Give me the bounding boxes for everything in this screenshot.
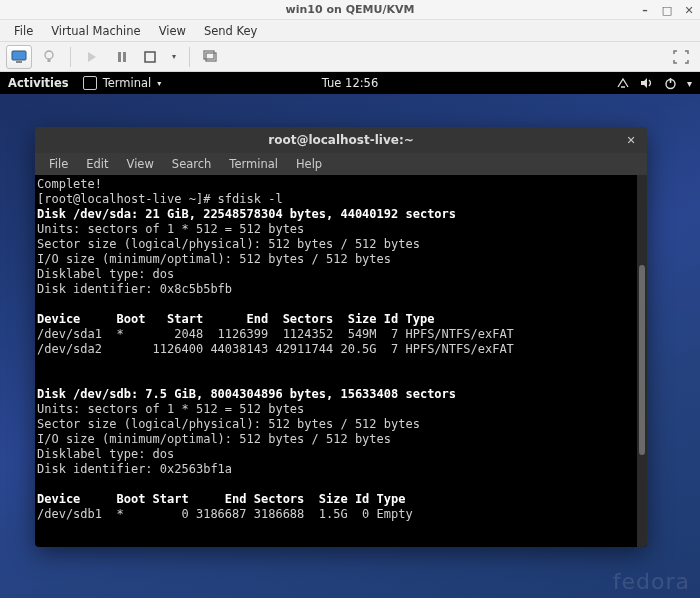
monitor-icon [11,50,27,64]
clock[interactable]: Tue 12:56 [322,76,378,90]
pause-icon [117,51,127,63]
svg-rect-6 [123,52,126,62]
term-table-header: Device Boot Start End Sectors Size Id Ty… [37,312,434,326]
vm-play-button[interactable] [79,45,105,69]
term-line-bold: Disk /dev/sda: 21 GiB, 22548578304 bytes… [37,207,456,221]
lightbulb-icon [42,50,56,64]
term-line-bold: Disk /dev/sdb: 7.5 GiB, 8004304896 bytes… [37,387,456,401]
svg-rect-3 [48,59,51,62]
term-table-row: /dev/sda2 1126400 44038143 42911744 20.5… [37,342,514,356]
scrollbar-thumb[interactable] [639,265,645,455]
svg-rect-7 [145,52,155,62]
svg-marker-4 [88,52,96,62]
term-line: Sector size (logical/physical): 512 byte… [37,237,420,251]
svg-rect-0 [12,51,26,60]
vm-menu-view[interactable]: View [151,22,194,40]
terminal-window: root@localhost-live:~ ✕ File Edit View S… [35,127,647,547]
fedora-watermark: fedora [613,569,690,594]
app-menu-button[interactable]: Terminal ▾ [83,76,162,90]
terminal-titlebar[interactable]: root@localhost-live:~ ✕ [35,127,647,153]
guest-screen: Activities Terminal ▾ Tue 12:56 ▾ root@l… [0,72,700,598]
chevron-down-icon: ▾ [687,78,692,89]
vm-snapshots-button[interactable] [198,45,224,69]
vm-menubar: File Virtual Machine View Send Key [0,20,700,42]
vm-shutdown-menu-button[interactable]: ▾ [165,45,181,69]
vm-menu-virtual-machine[interactable]: Virtual Machine [43,22,148,40]
chevron-down-icon: ▾ [172,52,176,61]
vm-details-button[interactable] [36,45,62,69]
terminal-app-icon [83,76,97,90]
term-line: Units: sectors of 1 * 512 = 512 bytes [37,402,304,416]
terminal-menu-help[interactable]: Help [288,155,330,173]
power-icon [664,77,677,90]
network-icon [616,77,630,89]
fullscreen-icon [673,50,689,64]
term-line: Sector size (logical/physical): 512 byte… [37,417,420,431]
vm-maximize-button[interactable]: □ [660,4,674,17]
stop-icon [144,51,156,63]
terminal-menu-search[interactable]: Search [164,155,220,173]
terminal-menubar: File Edit View Search Terminal Help [35,153,647,175]
terminal-menu-terminal[interactable]: Terminal [221,155,286,173]
vm-fullscreen-button[interactable] [668,45,694,69]
vm-shutdown-button[interactable] [139,45,161,69]
term-line: [root@localhost-live ~]# sfdisk -l [37,192,283,206]
play-icon [87,51,97,63]
vm-menu-send-key[interactable]: Send Key [196,22,265,40]
vm-window-titlebar: win10 on QEMU/KVM – □ ✕ [0,0,700,20]
term-table-row: /dev/sdb1 * 0 3186687 3186688 1.5G 0 Emp… [37,507,413,521]
term-line: Complete! [37,177,102,191]
terminal-body: Complete! [root@localhost-live ~]# sfdis… [35,175,647,547]
vm-menu-file[interactable]: File [6,22,41,40]
term-line: Disklabel type: dos [37,447,174,461]
terminal-menu-view[interactable]: View [119,155,162,173]
vm-toolbar: ▾ [0,42,700,72]
app-menu-label: Terminal [103,76,152,90]
svg-marker-10 [641,78,647,88]
vm-console-button[interactable] [6,45,32,69]
terminal-menu-edit[interactable]: Edit [78,155,116,173]
term-line: Disklabel type: dos [37,267,174,281]
term-line: Disk identifier: 0x8c5b5bfb [37,282,232,296]
vm-close-button[interactable]: ✕ [682,4,696,17]
gnome-topbar: Activities Terminal ▾ Tue 12:56 ▾ [0,72,700,94]
vm-pause-button[interactable] [109,45,135,69]
term-line: I/O size (minimum/optimal): 512 bytes / … [37,252,391,266]
term-line: Disk identifier: 0x2563bf1a [37,462,232,476]
term-line: I/O size (minimum/optimal): 512 bytes / … [37,432,391,446]
terminal-scrollbar[interactable] [637,175,647,547]
svg-rect-1 [16,61,22,63]
close-icon: ✕ [626,134,635,147]
volume-icon [640,77,654,89]
snapshots-icon [203,50,219,64]
terminal-menu-file[interactable]: File [41,155,76,173]
term-table-row: /dev/sda1 * 2048 1126399 1124352 549M 7 … [37,327,514,341]
terminal-title: root@localhost-live:~ [268,133,414,147]
activities-button[interactable]: Activities [8,76,69,90]
term-line: Units: sectors of 1 * 512 = 512 bytes [37,222,304,236]
vm-minimize-button[interactable]: – [638,4,652,17]
vm-window-title: win10 on QEMU/KVM [286,3,415,16]
toolbar-separator [189,47,190,67]
svg-rect-5 [118,52,121,62]
term-table-header: Device Boot Start End Sectors Size Id Ty… [37,492,405,506]
svg-point-2 [45,51,53,59]
toolbar-separator [70,47,71,67]
system-tray[interactable]: ▾ [616,77,692,90]
chevron-down-icon: ▾ [157,79,161,88]
terminal-close-button[interactable]: ✕ [623,132,639,148]
terminal-output[interactable]: Complete! [root@localhost-live ~]# sfdis… [35,175,637,547]
